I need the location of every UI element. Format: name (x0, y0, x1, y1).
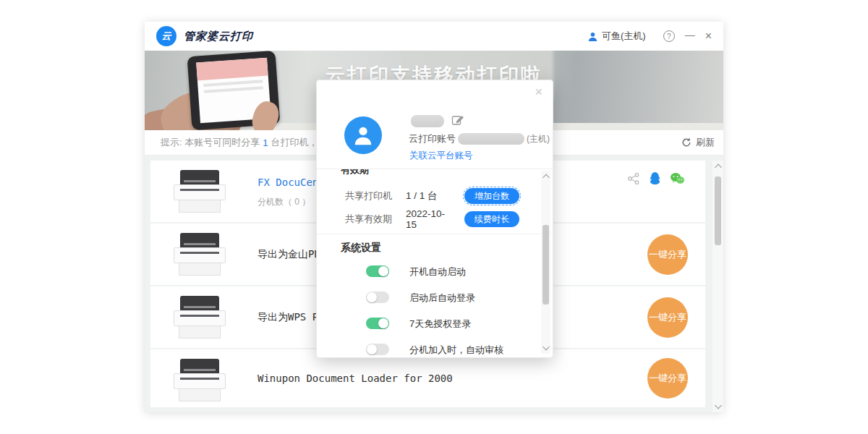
qq-share-icon[interactable] (649, 171, 661, 185)
edit-nickname-icon[interactable] (451, 114, 464, 127)
scroll-up-icon[interactable] (542, 174, 550, 182)
user-icon (587, 31, 598, 42)
printer-name[interactable]: Winupon Document Loader for 2000 (258, 373, 453, 384)
printer-image (174, 170, 226, 213)
user-name: 可鱼(主机) (602, 30, 646, 43)
settings-section-header: 系统设置 (341, 242, 381, 255)
shared-printer-label: 共享打印机 (345, 190, 406, 203)
page: 云 管家婆云打印 可鱼(主机) ? — × (0, 0, 868, 434)
account-label: 云打印账号 (409, 132, 456, 145)
seven-day-auth-toggle[interactable] (366, 318, 389, 329)
one-click-share-button[interactable]: 一键分享 (647, 297, 688, 338)
extension-count: 分机数（ 0 ） (258, 196, 310, 208)
modal-scrollbar[interactable] (541, 171, 550, 354)
setting-label: 启动后自动登录 (409, 292, 475, 304)
setting-label: 分机加入时，自动审核 (409, 344, 503, 356)
close-window-icon[interactable]: × (705, 30, 712, 42)
printer-row-4[interactable]: Winupon Document Loader for 2000 一键分享 (150, 349, 705, 407)
validity-row: 共享有效期 2022-10-15 续费时长 (345, 210, 542, 228)
autologin-toggle[interactable] (366, 292, 389, 303)
setting-label: 开机自动启动 (409, 265, 466, 278)
autostart-toggle[interactable] (366, 265, 389, 277)
printer-image (174, 296, 226, 339)
printer-image (174, 233, 226, 276)
printer-name[interactable]: 导出为WPS PD (258, 311, 325, 324)
minimize-icon[interactable]: — (685, 30, 695, 40)
refresh-button[interactable]: 刷新 (681, 136, 715, 149)
shared-printer-value: 1 / 1 台 (406, 190, 450, 203)
validity-label: 共享有效期 (345, 213, 406, 226)
censored-nickname (411, 115, 444, 127)
scrollbar-thumb[interactable] (715, 176, 721, 245)
cloud-account-line: 云打印账号 (主机) (409, 132, 550, 145)
avatar (344, 116, 382, 154)
app-logo: 云 (156, 26, 176, 46)
scroll-up-icon[interactable] (715, 164, 722, 171)
share-link-icon[interactable] (627, 172, 640, 185)
validity-section-header: 有效期 (341, 169, 369, 176)
logo-cloud-glyph: 云 (162, 30, 171, 43)
setting-autostart: 开机自动启动 (317, 265, 553, 278)
printer-image (174, 359, 226, 402)
setting-label: 7天免授权登录 (409, 318, 471, 330)
modal-close-icon[interactable]: × (535, 85, 542, 100)
titlebar-right: 可鱼(主机) ? — × (587, 30, 712, 43)
renew-button[interactable]: 续费时长 (464, 211, 519, 227)
wechat-share-icon[interactable] (670, 172, 685, 185)
share-icons (627, 171, 685, 185)
host-suffix: (主机) (527, 133, 550, 145)
setting-autologin: 启动后自动登录 (317, 292, 553, 304)
refresh-icon (681, 137, 692, 148)
help-icon[interactable]: ? (663, 30, 675, 42)
setting-auto-approve: 分机加入时，自动审核 (317, 344, 553, 356)
titlebar: 云 管家婆云打印 可鱼(主机) ? — × (145, 22, 723, 51)
app-title: 管家婆云打印 (184, 30, 253, 43)
censored-account-id (458, 133, 524, 145)
auto-approve-toggle[interactable] (366, 344, 389, 355)
scroll-down-icon[interactable] (715, 402, 722, 409)
account-menu[interactable]: 可鱼(主机) (587, 30, 646, 43)
tip-prefix: 提示: 本账号可同时分享 (161, 136, 260, 149)
scrollbar-thumb[interactable] (542, 225, 549, 305)
printer-name[interactable]: 导出为金山PD (258, 248, 320, 261)
validity-date: 2022-10-15 (406, 208, 450, 230)
one-click-share-button[interactable]: 一键分享 (647, 234, 688, 275)
scroll-down-icon[interactable] (542, 344, 550, 351)
account-settings-modal: × 云打印账号 (主机) 关联云平台账号 有效期 共享打印机 1 / 1 台 增… (316, 80, 553, 358)
shared-printer-row: 共享打印机 1 / 1 台 增加台数 (345, 187, 542, 205)
tip-count: 1 (263, 137, 268, 148)
one-click-share-button[interactable]: 一键分享 (647, 358, 688, 399)
refresh-label: 刷新 (696, 136, 715, 149)
setting-7day-auth: 7天免授权登录 (317, 318, 553, 330)
divider (317, 234, 553, 234)
link-cloud-platform-account[interactable]: 关联云平台账号 (409, 150, 473, 162)
add-printer-count-button[interactable]: 增加台数 (464, 188, 519, 204)
list-scrollbar[interactable] (712, 161, 723, 412)
